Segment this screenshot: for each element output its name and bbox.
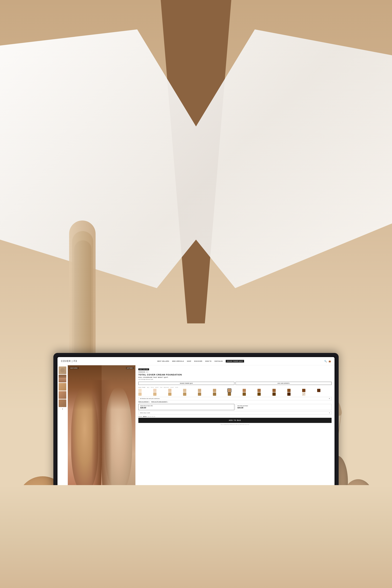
nav-links: BEST SELLERS NEW ARRIVALS SHOP DISCOVER … (158, 360, 244, 363)
tone-filter-rich[interactable]: RICH (151, 387, 154, 388)
pricing-options: Subscribe & Save 10% $39.60 One-time pur… (138, 404, 332, 410)
subscribe-price: $39.60 (140, 407, 232, 409)
btn-row: SHADE FINDER QUIZ ASK OUR EXPERTS (138, 382, 332, 385)
tone-filter-tan[interactable]: TAN (160, 387, 162, 388)
product-subtitle: FULL COVERAGE THAT WON'T QUIT. (138, 377, 332, 378)
shade-swatch-d1[interactable] (258, 389, 261, 392)
shade-swatch-d4[interactable] (302, 389, 306, 392)
thumbnail-2[interactable] (59, 375, 66, 382)
nav-icons: 🔍 👜 (324, 360, 331, 362)
tone-filter-fair[interactable]: FAIR (175, 387, 178, 388)
shade-swatch-t4[interactable] (183, 393, 186, 396)
skin-tone-label: SKIN TONE: ALL RICH DEEP TAN MEDIUM LIGH… (138, 387, 332, 388)
nav-best-sellers[interactable]: BEST SELLERS (158, 360, 169, 362)
shade-swatch-t11[interactable] (287, 393, 290, 396)
shade-swatch-d2[interactable] (272, 389, 276, 392)
shade-swatch-m3[interactable] (228, 389, 231, 392)
shade-swatch-n1[interactable] (138, 389, 142, 392)
shade-swatch-t2[interactable] (153, 393, 156, 396)
subscribe-save-option[interactable]: Subscribe & Save 10% $39.60 (138, 404, 234, 410)
tone-filter-light[interactable]: LIGHT (170, 387, 174, 388)
search-icon[interactable]: 🔍 (324, 360, 327, 362)
shade-swatch-n3[interactable] (168, 389, 172, 392)
star-rating: ★★★★★ (138, 371, 145, 373)
shade-swatch-p1[interactable] (198, 389, 201, 392)
nav-our-blog[interactable]: OUR BLOG (214, 360, 223, 362)
review-count[interactable]: (342) (146, 371, 148, 373)
shade-grid (138, 389, 332, 396)
thumbnail-3[interactable] (59, 383, 66, 391)
original-price: $44.00 (138, 416, 142, 417)
delivery-row[interactable]: Deliver every 1 month ▼ (138, 411, 332, 414)
value-price: $52.00 VALUE (148, 416, 155, 417)
ask-experts-btn[interactable]: ASK OUR EXPERTS (236, 382, 332, 385)
sale-price: $39.60 (143, 416, 146, 417)
add-to-bag-button[interactable]: ADD TO BAG (138, 418, 332, 423)
nav-discover[interactable]: DISCOVER (194, 360, 202, 362)
shade-swatch-t3[interactable] (168, 393, 172, 396)
nav-logo-text: COVER | FX (61, 360, 77, 362)
shade-swatch-t6[interactable] (213, 393, 216, 396)
shade-swatch-n2[interactable] (153, 389, 156, 392)
price-line: $44.00 $39.60 $52.00 VALUE (138, 416, 332, 417)
tone-filter-all[interactable]: ALL (147, 387, 150, 388)
shade-hint-row: What's my undertone? What's my CFF shade… (138, 401, 332, 402)
cff-shade-hint[interactable]: What's my CFF shade equivalent? (151, 401, 168, 402)
one-time-price: $44.00 (238, 407, 330, 409)
bag-icon[interactable]: 👜 (328, 360, 331, 362)
nav-new-arrivals[interactable]: NEW ARRIVALS (172, 360, 184, 362)
after-label: AFTER (126, 367, 134, 369)
undertone-hint[interactable]: What's my undertone? (138, 401, 150, 402)
thumbnail-4[interactable] (59, 391, 66, 399)
affirm-text: Pay in 4 interest-free installments for … (138, 424, 332, 425)
subscribe-label: Subscribe & Save 10% (140, 405, 232, 406)
shade-swatch-m4[interactable] (242, 389, 246, 392)
before-label: BEFORE (70, 367, 79, 369)
product-name: TOTAL COVER CREAM FOUNDATION (138, 373, 332, 376)
chevron-down-icon: ▼ (329, 398, 330, 399)
shade-swatch-t7[interactable] (228, 393, 231, 396)
product-desc: Full coverage that won't quit. (138, 379, 332, 380)
delivery-text: Deliver every 1 month (140, 412, 150, 413)
shade-dropdown-text: M3 Medium skin with pink undertones (140, 398, 160, 399)
delivery-chevron-icon: ▼ (329, 412, 330, 413)
shade-swatch-t1[interactable] (138, 393, 142, 396)
thumbnail-5[interactable] (59, 399, 66, 407)
scene-background: COVER | FX BEST SELLERS NEW ARRIVALS SHO… (0, 0, 392, 588)
shade-swatch-d5[interactable] (317, 389, 320, 392)
nav-shop[interactable]: SHOP (187, 360, 191, 362)
decor-left-stack (69, 220, 96, 353)
tone-filter-medium[interactable]: MEDIUM (164, 387, 169, 388)
one-time-label: One-time purchase (238, 405, 330, 406)
best-seller-badge: BEST SELLER (138, 368, 149, 370)
thumbnail-1[interactable] (59, 367, 66, 374)
shade-swatch-x1[interactable] (302, 393, 306, 396)
shade-finder-quiz-btn[interactable]: SHADE FINDER QUIZ (138, 382, 234, 385)
nav-how-to[interactable]: HOW TO (205, 360, 212, 362)
shade-swatch-n4[interactable] (183, 389, 186, 392)
tone-filter-deep[interactable]: DEEP (155, 387, 159, 388)
shade-swatch-t10[interactable] (272, 393, 276, 396)
nav-shade-finder[interactable]: SHADE FINDER QUIZ (226, 360, 244, 363)
shade-swatch-t9[interactable] (258, 393, 261, 396)
nav-logo: COVER | FX (61, 360, 77, 363)
one-time-option[interactable]: One-time purchase $44.00 (236, 404, 332, 410)
thumbnail-nav-down[interactable]: ▼ (59, 408, 66, 410)
shade-swatch-t8[interactable] (242, 393, 246, 396)
shade-swatch-d3[interactable] (287, 389, 290, 392)
shade-dropdown[interactable]: M3 Medium skin with pink undertones ▼ (138, 397, 332, 400)
shade-swatch-p2[interactable] (213, 389, 216, 392)
stars-row: ★★★★★ (342) (138, 371, 332, 373)
desk-surface (0, 485, 392, 588)
shade-swatch-t5[interactable] (198, 393, 201, 396)
nav: COVER | FX BEST SELLERS NEW ARRIVALS SHO… (58, 357, 334, 365)
